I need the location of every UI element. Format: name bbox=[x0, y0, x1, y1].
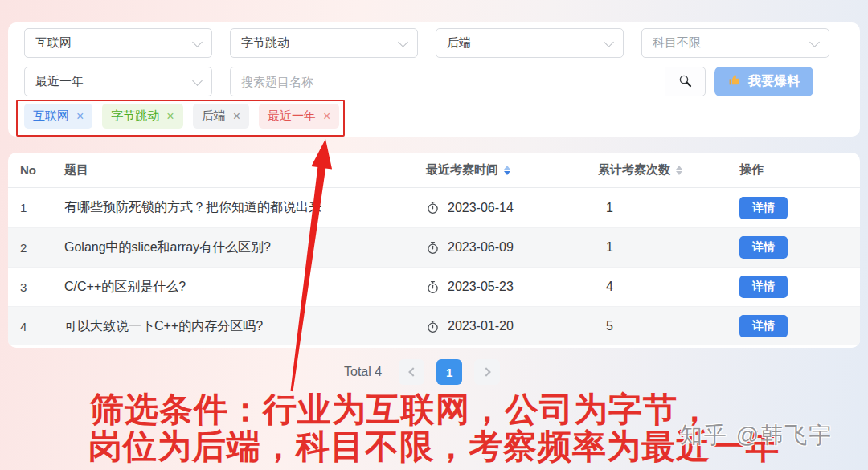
company-select[interactable]: 字节跳动 bbox=[230, 28, 418, 58]
table-row: 4 可以大致说一下C++的内存分区吗? 2023-01-20 5 详情 bbox=[8, 306, 860, 345]
prev-page-button[interactable] bbox=[399, 359, 424, 385]
annotation-text-line2: 岗位为后端，科目不限，考察频率为最近一年 bbox=[88, 430, 780, 464]
position-select[interactable]: 后端 bbox=[436, 28, 624, 58]
search-icon bbox=[678, 74, 692, 90]
exam-date-cell: 2023-05-23 bbox=[426, 280, 598, 294]
company-select-value: 字节跳动 bbox=[241, 35, 289, 51]
filter-tag: 后端 × bbox=[193, 104, 249, 129]
industry-select[interactable]: 互联网 bbox=[24, 28, 212, 58]
industry-select-value: 互联网 bbox=[35, 35, 72, 51]
search-button[interactable] bbox=[665, 67, 706, 96]
chevron-down-icon bbox=[604, 37, 614, 47]
stopwatch-icon bbox=[426, 280, 440, 294]
close-icon[interactable]: × bbox=[166, 110, 174, 123]
table-body: 1 有哪些预防死锁的方式？把你知道的都说出来 2023-06-14 1 详情 2… bbox=[8, 188, 860, 345]
detail-button[interactable]: 详情 bbox=[739, 276, 788, 298]
sort-icon[interactable] bbox=[676, 166, 682, 175]
column-header-action: 操作 bbox=[739, 162, 860, 178]
exam-count: 5 bbox=[598, 319, 739, 333]
question-text: 有哪些预防死锁的方式？把你知道的都说出来 bbox=[64, 199, 426, 216]
table-row: 2 Golang中的slice和array有什么区别? 2023-06-09 1… bbox=[8, 227, 860, 267]
next-page-button[interactable] bbox=[474, 359, 500, 385]
sort-icon[interactable] bbox=[504, 166, 510, 175]
filter-tag: 最近一年 × bbox=[259, 104, 339, 129]
search-input[interactable] bbox=[230, 67, 665, 96]
row-index: 1 bbox=[20, 201, 64, 215]
watermark: 知乎 @韩飞宇 bbox=[680, 420, 833, 451]
column-header-question: 题目 bbox=[64, 162, 426, 178]
report-button[interactable]: 我要爆料 bbox=[714, 67, 813, 96]
exam-date-cell: 2023-01-20 bbox=[426, 319, 598, 333]
chevron-down-icon bbox=[192, 37, 203, 47]
chevron-down-icon bbox=[192, 76, 203, 86]
row-index: 3 bbox=[20, 280, 64, 294]
chevron-down-icon bbox=[809, 37, 820, 47]
pagination-total: Total 4 bbox=[344, 365, 382, 379]
stopwatch-icon bbox=[426, 241, 440, 255]
table-row: 3 C/C++的区别是什么? 2023-05-23 4 详情 bbox=[8, 267, 860, 306]
exam-date-cell: 2023-06-14 bbox=[426, 201, 598, 215]
chevron-left-icon bbox=[408, 367, 417, 376]
filter-tag-label: 最近一年 bbox=[268, 108, 316, 124]
question-text: 可以大致说一下C++的内存分区吗? bbox=[64, 318, 426, 335]
close-icon[interactable]: × bbox=[76, 110, 84, 123]
filter-tag-label: 字节跳动 bbox=[111, 108, 159, 124]
detail-button[interactable]: 详情 bbox=[739, 197, 788, 219]
exam-date: 2023-06-14 bbox=[448, 201, 514, 215]
exam-date: 2023-06-09 bbox=[448, 240, 514, 255]
question-text: C/C++的区别是什么? bbox=[64, 279, 426, 296]
column-header-no: No bbox=[20, 163, 64, 177]
exam-date-cell: 2023-06-09 bbox=[426, 240, 598, 255]
exam-date: 2023-05-23 bbox=[448, 280, 514, 294]
question-text: Golang中的slice和array有什么区别? bbox=[64, 239, 426, 256]
detail-button[interactable]: 详情 bbox=[739, 315, 788, 337]
page-1-button[interactable]: 1 bbox=[436, 359, 462, 385]
close-icon[interactable]: × bbox=[233, 110, 240, 123]
time-range-select-value: 最近一年 bbox=[35, 74, 84, 89]
filter-tag-label: 互联网 bbox=[33, 108, 69, 124]
question-table: No 题目 最近考察时间 累计考察次数 操作 1 有哪些预防死锁的方式？把你知道… bbox=[8, 153, 860, 348]
report-button-label: 我要爆料 bbox=[748, 73, 800, 90]
stopwatch-icon bbox=[426, 320, 440, 333]
filter-tag: 互联网 × bbox=[24, 104, 92, 129]
table-row: 1 有哪些预防死锁的方式？把你知道的都说出来 2023-06-14 1 详情 bbox=[8, 188, 860, 227]
row-index: 2 bbox=[20, 241, 64, 255]
column-header-total-count[interactable]: 累计考察次数 bbox=[598, 162, 739, 178]
detail-button[interactable]: 详情 bbox=[739, 236, 788, 259]
column-header-recent-date[interactable]: 最近考察时间 bbox=[426, 162, 598, 178]
chevron-down-icon bbox=[398, 37, 408, 47]
filter-tags: 互联网 × 字节跳动 × 后端 × 最近一年 × bbox=[24, 104, 339, 129]
position-select-value: 后端 bbox=[447, 35, 471, 51]
thumbs-up-icon bbox=[728, 73, 742, 90]
exam-count: 1 bbox=[598, 240, 739, 255]
exam-count: 4 bbox=[598, 280, 739, 294]
pagination: Total 4 1 bbox=[344, 359, 500, 385]
row-index: 4 bbox=[20, 320, 64, 333]
filter-panel: 互联网 字节跳动 后端 科目不限 最近一年 我要爆料 bbox=[8, 22, 860, 137]
exam-count: 1 bbox=[598, 201, 739, 215]
annotation-text-line1: 筛选条件：行业为互联网，公司为字节， bbox=[90, 393, 712, 427]
stopwatch-icon bbox=[426, 201, 440, 215]
chevron-right-icon bbox=[481, 367, 490, 376]
filter-tag: 字节跳动 × bbox=[102, 104, 182, 129]
exam-date: 2023-01-20 bbox=[448, 319, 514, 333]
time-range-select[interactable]: 最近一年 bbox=[24, 67, 212, 96]
close-icon[interactable]: × bbox=[323, 110, 330, 123]
subject-select[interactable]: 科目不限 bbox=[641, 28, 829, 58]
table-header: No 题目 最近考察时间 累计考察次数 操作 bbox=[8, 153, 860, 188]
subject-select-value: 科目不限 bbox=[653, 35, 701, 51]
filter-tag-label: 后端 bbox=[202, 108, 226, 124]
